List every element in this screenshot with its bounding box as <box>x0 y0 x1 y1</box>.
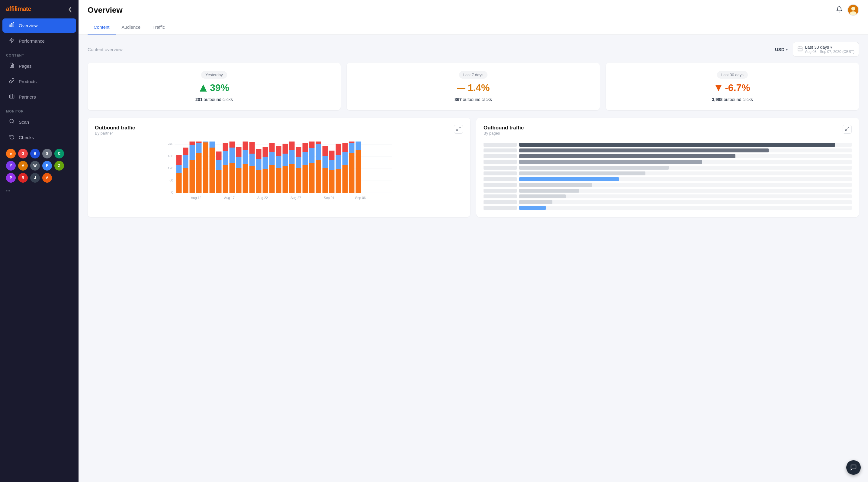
svg-rect-105 <box>342 143 348 152</box>
scan-icon <box>8 118 15 125</box>
sidebar-item-label: Products <box>19 79 36 84</box>
svg-rect-107 <box>349 143 354 153</box>
partner-icon-r[interactable]: R <box>18 173 28 182</box>
svg-rect-59 <box>243 150 248 164</box>
expand-button[interactable] <box>454 125 463 134</box>
svg-rect-104 <box>342 152 348 165</box>
sidebar-item-overview[interactable]: Overview <box>2 19 76 33</box>
svg-rect-74 <box>276 156 281 168</box>
svg-rect-96 <box>322 146 328 156</box>
svg-line-117 <box>847 127 849 129</box>
logo: affilimate <box>6 5 31 12</box>
metric-sub-30days: 3,988 outbound clicks <box>712 97 753 102</box>
svg-rect-67 <box>263 169 268 193</box>
date-filter[interactable]: Last 30 days ▾ Aug 08 - Sep 07, 2020 (CE… <box>793 42 859 57</box>
metric-percent: 39% <box>210 82 229 93</box>
partner-icon-j[interactable]: J <box>30 173 40 182</box>
performance-icon <box>8 37 15 45</box>
svg-rect-91 <box>316 160 321 193</box>
partner-icon-w[interactable]: W <box>30 161 40 171</box>
partner-icon-v[interactable]: V <box>18 161 28 171</box>
sidebar-item-checks[interactable]: Checks <box>2 130 76 145</box>
sidebar-item-pages[interactable]: Pages <box>2 59 76 73</box>
partner-icon-p[interactable]: P <box>6 173 16 182</box>
svg-rect-77 <box>283 153 288 166</box>
svg-text:Aug 17: Aug 17 <box>224 196 235 200</box>
partner-icon-y[interactable]: Y <box>6 161 16 171</box>
content-area: Content overview USD ▾ Last 30 days ▾ <box>79 35 868 482</box>
svg-text:Aug 12: Aug 12 <box>191 196 202 200</box>
sidebar-item-products[interactable]: Products <box>2 75 76 89</box>
svg-rect-30 <box>176 173 182 193</box>
svg-rect-102 <box>336 144 341 155</box>
partner-icon-c[interactable]: C <box>54 149 64 159</box>
metric-clicks-label: outbound clicks <box>463 97 492 102</box>
svg-rect-87 <box>303 143 308 152</box>
date-text: Last 30 days ▾ Aug 08 - Sep 07, 2020 (CE… <box>805 45 855 54</box>
svg-text:0: 0 <box>171 191 173 194</box>
metric-value-yesterday: 39% <box>199 82 229 93</box>
svg-rect-82 <box>296 168 302 193</box>
svg-rect-70 <box>270 165 275 193</box>
svg-rect-83 <box>296 157 302 168</box>
hbar-chart <box>484 142 852 210</box>
svg-rect-78 <box>283 144 288 153</box>
more-partners-button[interactable]: ••• <box>0 186 79 196</box>
currency-control[interactable]: USD ▾ <box>775 47 788 52</box>
svg-text:180: 180 <box>167 154 173 158</box>
partner-icon-b[interactable]: B <box>30 149 40 159</box>
partner-icon-a2[interactable]: A <box>42 173 52 182</box>
chart-subtitle: By partner <box>95 131 135 136</box>
metric-clicks: 867 <box>455 97 462 102</box>
metric-cards: Yesterday 39% 201 outbound clicks Last 7… <box>88 63 859 110</box>
svg-rect-63 <box>249 142 255 153</box>
partner-icon-f[interactable]: F <box>42 161 52 171</box>
svg-rect-34 <box>183 155 188 168</box>
partner-icon-z[interactable]: Z <box>54 161 64 171</box>
svg-text:Sep 06: Sep 06 <box>355 196 366 200</box>
sidebar-item-partners[interactable]: Partners <box>2 90 76 104</box>
logo-text-accent: mate <box>18 5 31 12</box>
svg-rect-65 <box>256 159 261 170</box>
partners-icon <box>8 93 15 101</box>
svg-rect-72 <box>270 143 275 152</box>
collapse-button[interactable]: ❮ <box>68 6 72 12</box>
sidebar-item-performance[interactable]: Performance <box>2 34 76 48</box>
svg-rect-39 <box>196 153 202 193</box>
svg-text:Aug 22: Aug 22 <box>257 196 268 200</box>
svg-rect-55 <box>236 168 242 193</box>
date-arrow: ▾ <box>830 45 832 50</box>
tab-traffic[interactable]: Traffic <box>147 20 171 34</box>
svg-marker-17 <box>715 85 722 91</box>
svg-rect-98 <box>329 160 335 170</box>
expand-button-pages[interactable] <box>843 125 852 134</box>
metric-badge: Last 7 days <box>459 71 488 79</box>
tab-audience[interactable]: Audience <box>116 20 147 34</box>
sidebar-item-scan[interactable]: Scan <box>2 115 76 129</box>
partner-icon-s[interactable]: S <box>42 149 52 159</box>
svg-text:120: 120 <box>167 166 173 170</box>
chart-header-pages: Outbound traffic By pages <box>484 125 852 140</box>
tab-content[interactable]: Content <box>88 20 116 34</box>
svg-rect-38 <box>190 142 195 145</box>
svg-rect-58 <box>243 164 248 193</box>
date-label: Last 30 days <box>805 45 829 50</box>
currency-label: USD <box>775 47 785 52</box>
partner-icon-google[interactable]: G <box>18 149 28 159</box>
svg-rect-54 <box>229 142 235 147</box>
svg-rect-99 <box>329 150 335 160</box>
date-sub: Aug 08 - Sep 07, 2020 (CEST) <box>805 50 855 54</box>
user-avatar[interactable] <box>847 4 859 16</box>
svg-rect-71 <box>270 152 275 165</box>
notification-button[interactable] <box>836 6 843 14</box>
svg-rect-40 <box>196 143 202 153</box>
svg-rect-103 <box>342 165 348 193</box>
metric-percent: -6.7% <box>725 82 750 93</box>
sidebar-item-label: Overview <box>19 23 38 28</box>
svg-rect-56 <box>236 157 242 168</box>
svg-rect-46 <box>216 170 222 193</box>
svg-rect-61 <box>249 166 255 193</box>
svg-rect-76 <box>283 166 288 193</box>
chat-button[interactable] <box>846 460 861 475</box>
partner-icon-amazon[interactable]: a <box>6 149 16 159</box>
